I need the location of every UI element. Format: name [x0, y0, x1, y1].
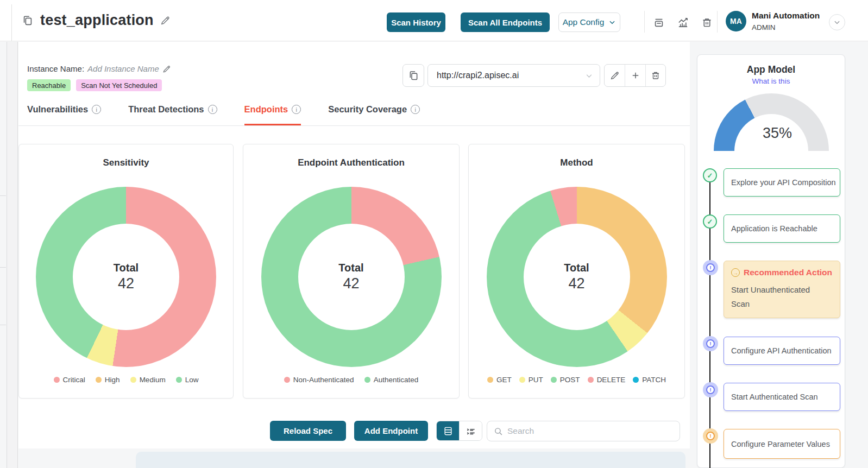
donut-center: Total 42 — [73, 224, 179, 330]
reload-spec-button[interactable]: Reload Spec — [270, 421, 346, 441]
legend-item[interactable]: PUT — [519, 376, 543, 384]
analytics-icon[interactable] — [677, 16, 689, 29]
edit-url-button[interactable] — [605, 65, 625, 86]
info-icon[interactable]: i — [292, 105, 301, 114]
legend-label: High — [105, 376, 120, 384]
header-left-divider — [11, 4, 12, 41]
step-configure-params[interactable]: Configure Parameter Values — [724, 429, 840, 459]
user-name: Mani Automation — [752, 11, 820, 21]
step-label: Configure Parameter Values — [731, 440, 830, 448]
tab-endpoints[interactable]: Endpoints i — [244, 104, 301, 125]
tab-security-coverage[interactable]: Security Coverage i — [328, 104, 420, 125]
chart-title: Method — [469, 157, 684, 168]
legend-item[interactable]: DELETE — [588, 376, 626, 384]
step-alert-icon: ! — [703, 428, 718, 444]
gauge-percent: 35% — [763, 125, 792, 142]
delete-url-button[interactable] — [645, 65, 665, 86]
legend-item[interactable]: Non-Authenticated — [284, 376, 354, 384]
method-donut-chart: Total 42 — [487, 187, 667, 367]
method-card: Method Total 42 GET PUT POST DELETE PATC… — [468, 144, 685, 399]
donut-total-label: Total — [564, 262, 589, 274]
legend: Non-Authenticated Authenticated — [243, 376, 459, 384]
legend-item[interactable]: PATCH — [633, 376, 666, 384]
avatar[interactable]: MA — [726, 11, 746, 31]
step-start-unauth-scan[interactable]: → Recommended Action Start Unauthenticat… — [724, 261, 840, 318]
donut-center: Total 42 — [524, 224, 630, 330]
step-label: Application is Reachable — [731, 224, 817, 233]
chevron-down-icon — [833, 18, 841, 26]
legend-item[interactable]: POST — [551, 376, 580, 384]
tab-vulnerabilities[interactable]: Vulnerabilities i — [27, 104, 101, 125]
chart-title: Endpoint Authentication — [243, 157, 459, 168]
endpoint-auth-donut-chart: Total 42 — [261, 187, 442, 367]
search-input[interactable] — [507, 426, 673, 436]
tabs-underline — [18, 125, 690, 126]
legend: GET PUT POST DELETE PATCH — [469, 376, 684, 384]
chevron-down-icon — [608, 18, 616, 26]
gutter-row-line — [0, 195, 6, 196]
tab-label: Threat Detections — [128, 104, 204, 115]
user-menu-chevron[interactable] — [829, 14, 845, 30]
chart-title: Sensitivity — [19, 157, 233, 168]
app-config-dropdown[interactable]: App Config — [558, 12, 620, 32]
gutter-row-line — [0, 325, 6, 325]
legend-dot — [551, 377, 557, 383]
tab-threat-detections[interactable]: Threat Detections i — [128, 104, 217, 125]
status-badges: Reachable Scan Not Yet Scheduled — [27, 79, 162, 91]
legend-item[interactable]: Critical — [54, 376, 85, 384]
donut-total-label: Total — [114, 262, 139, 274]
host-url-select[interactable]: http://crapi2.apisec.ai — [427, 64, 600, 87]
app-model-title: App Model — [697, 64, 845, 75]
header-divider-2 — [717, 11, 718, 33]
legend-item[interactable]: Authenticated — [364, 376, 419, 384]
title-row: test_application — [22, 12, 171, 29]
info-icon[interactable]: i — [92, 105, 101, 114]
scan-all-endpoints-button[interactable]: Scan All Endpoints — [461, 12, 550, 32]
page-title: test_application — [40, 12, 154, 29]
legend-label: POST — [560, 376, 580, 384]
add-endpoint-button[interactable]: Add Endpoint — [354, 421, 428, 441]
legend-item[interactable]: High — [96, 376, 120, 384]
table-view-toggle[interactable] — [437, 421, 459, 440]
edit-app-name-icon[interactable] — [160, 15, 171, 26]
edit-instance-name-icon[interactable] — [162, 65, 171, 73]
tab-label: Vulnerabilities — [27, 104, 88, 115]
list-view-toggle[interactable] — [459, 421, 482, 440]
step-label: Configure API Authentication — [731, 346, 832, 355]
info-icon[interactable]: i — [208, 105, 217, 114]
list-view-icon — [466, 426, 476, 437]
legend-item[interactable]: GET — [487, 376, 512, 384]
step-configure-auth[interactable]: Configure API Authentication — [724, 337, 840, 365]
tab-label: Endpoints — [244, 104, 288, 115]
app-root: test_application Scan History Scan All E… — [0, 0, 868, 468]
endpoint-table-header — [136, 452, 685, 468]
donut-total-label: Total — [338, 262, 363, 274]
step-start-auth-scan[interactable]: Start Authenticated Scan — [724, 383, 840, 411]
legend-item[interactable]: Medium — [130, 376, 166, 384]
scan-history-button[interactable]: Scan History — [387, 12, 445, 32]
copy-app-name-icon[interactable] — [22, 15, 34, 27]
recommended-action-header: → Recommended Action — [731, 268, 832, 277]
copy-url-button[interactable] — [402, 64, 424, 87]
instance-name-row: Instance Name: Add Instance Name — [27, 64, 171, 73]
add-url-button[interactable] — [625, 65, 645, 86]
view-toggle — [436, 421, 482, 441]
legend-dot — [96, 377, 102, 383]
instance-name-placeholder[interactable]: Add Instance Name — [87, 64, 159, 73]
what-is-this-link[interactable]: What is this — [697, 77, 845, 85]
step-explore-api[interactable]: Explore your API Composition — [724, 168, 840, 197]
gutter-row-line — [0, 267, 6, 268]
legend-label: DELETE — [597, 376, 626, 384]
info-icon[interactable]: i — [411, 105, 420, 114]
donut-total-value: 42 — [118, 275, 134, 292]
legend-dot — [519, 377, 525, 383]
arrow-right-icon: → — [731, 268, 740, 277]
delete-app-icon[interactable] — [701, 16, 713, 29]
sensitivity-card: Sensitivity Total 42 Critical High Mediu… — [18, 144, 234, 399]
step-app-reachable[interactable]: Application is Reachable — [724, 214, 840, 243]
legend-item[interactable]: Low — [176, 376, 199, 384]
print-icon[interactable] — [653, 16, 665, 29]
sensitivity-donut-chart: Total 42 — [36, 187, 216, 367]
legend-label: PATCH — [642, 376, 666, 384]
legend-dot — [588, 377, 594, 383]
